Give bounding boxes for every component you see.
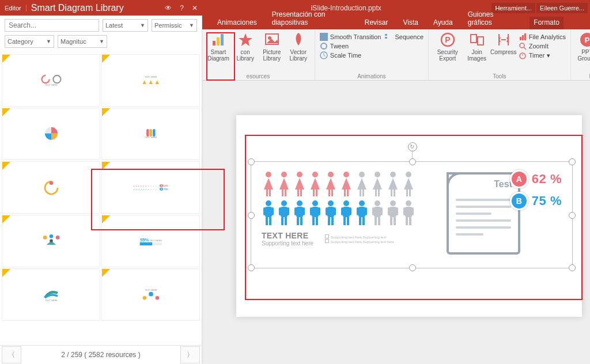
diagram-thumbnail[interactable]: TEXT HERE [101,268,200,321]
tab-ayuda[interactable]: Ayuda [429,17,457,29]
slide-canvas[interactable]: TEXT HERE Supporting text here Supportin… [202,81,590,364]
file-analytics-button[interactable]: File Analytics [519,33,566,41]
svg-point-34 [50,239,53,242]
resize-handle[interactable] [569,212,576,219]
tween-button[interactable]: Tween [320,42,381,50]
diagram-thumbnail[interactable]: TEXT HERE [2,268,100,321]
page-indicator: 2 / 259 ( 2582 resources ) [23,351,179,359]
diagram-thumbnail[interactable]: 55% TEXT HERE [101,215,200,267]
picture-library-button[interactable]: Picture Library [259,31,285,63]
svg-text:P: P [585,36,590,44]
resize-handle[interactable] [569,158,576,165]
svg-point-76 [281,200,287,206]
svg-rect-68 [406,189,408,196]
tab-animaciones[interactable]: Animaciones [213,17,261,29]
group-label: Tools [432,73,567,79]
svg-rect-42 [269,189,271,196]
diagram-thumbnail[interactable]: TEXT HERE [101,108,200,160]
svg-rect-77 [281,207,288,217]
scale-time-button[interactable]: Scale Time [320,51,381,59]
diagram-thumbnail[interactable] [2,215,100,267]
ppt-groups-button[interactable]: P PPT Groups [574,31,590,63]
svg-rect-10 [385,37,387,39]
selection-box[interactable]: TEXT HERE Supporting text here Supportin… [251,161,573,268]
svg-point-46 [297,172,302,177]
zoomit-button[interactable]: ZoomIt [519,42,566,50]
user-name[interactable]: Eileen Guerre... [536,3,588,13]
male-pictogram-row [262,200,441,226]
category-dropdown[interactable]: Category▼ [5,35,54,48]
svg-rect-14 [478,37,483,45]
svg-rect-56 [344,189,346,196]
stat-a: A 62 % [510,170,562,188]
svg-rect-101 [343,207,350,217]
tab-revisar[interactable]: Revisar [361,17,392,29]
resize-handle[interactable] [569,264,576,271]
resize-handle[interactable] [248,264,255,271]
resize-handle[interactable] [248,158,255,165]
help-icon[interactable]: ? [176,4,188,12]
magnitude-dropdown[interactable]: Magnituc▼ [58,35,107,48]
security-export-button[interactable]: P Security Export [432,31,463,63]
resize-handle[interactable] [409,264,416,271]
chevron-down-icon: ▼ [44,39,51,44]
smart-diagram-button[interactable]: Smart Diagram [205,31,232,63]
diagram-thumbnail[interactable]: TEXT HERE▲▲▲ [101,54,200,107]
vector-library-button[interactable]: Vector Library [286,31,311,63]
legend: Supporting text here Supporting text Sup… [325,234,394,247]
compress-button[interactable]: Compress [491,31,516,56]
close-icon[interactable]: ✕ [188,4,202,12]
tab-vista[interactable]: Vista [399,17,422,29]
svg-rect-121 [396,207,398,215]
diagram-thumbnail[interactable]: ♀♀♀♀♀♀♀♀♀♀A 62% ♂♂♂♂♂♂♂♂♂♂B 75% [101,161,200,214]
svg-rect-80 [281,217,283,225]
female-pictogram-row [262,171,441,198]
compress-icon [496,32,512,48]
svg-rect-128 [406,217,408,225]
svg-rect-109 [365,207,367,215]
sequence-button[interactable]: Sequence [384,33,423,41]
tab-formato[interactable]: Formato [530,17,563,29]
stat-b: B 75 % [510,192,562,210]
svg-rect-60 [362,189,364,196]
search-input[interactable] [5,19,99,32]
resize-handle[interactable] [248,212,255,219]
svg-rect-102 [341,207,343,215]
join-images-button[interactable]: Join Images [464,31,490,63]
svg-rect-41 [266,189,268,196]
group-label: Animations [319,73,425,79]
svg-point-70 [266,200,271,206]
prev-page-button[interactable]: 〈 [2,346,21,363]
svg-rect-108 [357,207,359,215]
svg-line-38 [146,295,149,297]
rocket-icon [290,32,307,48]
smooth-transition-button[interactable]: Smooth Transition [320,33,381,41]
stat-b-value: 75 % [532,194,562,208]
svg-rect-99 [331,217,334,225]
resize-handle[interactable] [409,158,416,165]
rotation-handle[interactable] [408,142,417,151]
diagram-thumbnail[interactable] [2,161,100,214]
svg-point-31 [43,236,47,240]
svg-rect-57 [347,189,349,196]
svg-rect-98 [328,217,330,225]
icon-library-button[interactable]: con Library [233,31,258,63]
join-icon [469,32,485,48]
svg-rect-13 [471,35,476,43]
next-page-button[interactable]: 〉 [180,346,200,363]
permission-dropdown[interactable]: Permissic▼ [152,19,197,32]
svg-point-43 [281,172,287,177]
star-icon [237,32,254,48]
svg-rect-103 [349,207,351,215]
hide-icon[interactable]: 👁 [161,4,176,12]
timer-button[interactable]: Timer ▾ [519,51,566,59]
document-title: iSlide-Introduction.pptx [202,4,490,12]
picture-icon [264,32,280,48]
sort-dropdown[interactable]: Latest▼ [103,19,148,32]
svg-rect-17 [524,33,526,40]
svg-rect-0 [213,41,215,46]
svg-rect-15 [520,37,521,40]
diagram-thumbnail[interactable] [2,108,100,160]
diagram-thumbnail[interactable]: TEXT HERE [2,54,100,107]
svg-point-94 [328,200,334,206]
